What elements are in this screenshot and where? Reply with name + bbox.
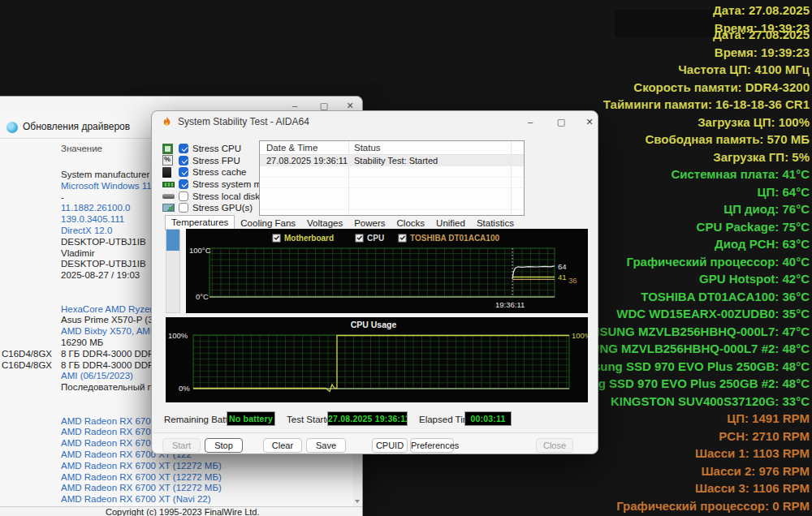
legend-toshiba[interactable]: TOSHIBA DT01ACA100 bbox=[410, 234, 499, 243]
driver-updates-item[interactable]: Обновления драйверов bbox=[23, 121, 130, 132]
time-label: 19:36:11 bbox=[495, 300, 525, 309]
value-column-header[interactable]: Значение bbox=[61, 144, 102, 153]
remaining-battery-value: No battery bbox=[227, 411, 275, 426]
save-button[interactable]: Save bbox=[306, 438, 346, 453]
y-axis-min: 0°C bbox=[196, 292, 209, 301]
stress-option-label: Stress GPU(s) bbox=[192, 203, 253, 213]
osd-line: Дата: 27.08.2025 bbox=[551, 26, 810, 44]
y-axis-max: 100% bbox=[168, 331, 188, 340]
legend-motherboard[interactable]: Motherboard bbox=[284, 234, 334, 243]
log-datetime: 27.08.2025 19:36:11 bbox=[266, 156, 348, 166]
value-row[interactable]: AMD Radeon RX 6700 XT (12272 МБ) bbox=[0, 472, 353, 484]
value-row[interactable]: AMD Radeon RX 6700 XT (12272 МБ) bbox=[0, 483, 353, 494]
osd-line: Время: 19:39:23 bbox=[551, 44, 810, 62]
window-title: System Stability Test - AIDA64 bbox=[178, 116, 309, 127]
checkbox[interactable] bbox=[179, 203, 188, 213]
driver-updates-icon bbox=[6, 122, 18, 133]
fpu-icon bbox=[162, 155, 173, 166]
current-value-label: 100% bbox=[572, 331, 588, 340]
copyright-text: Copyright (c) 1995-2023 FinalWire Ltd. bbox=[106, 507, 260, 516]
close-icon[interactable]: ✕ bbox=[575, 111, 604, 132]
empty-rows bbox=[260, 166, 524, 215]
stress-option-label: Stress local disks bbox=[192, 191, 265, 201]
table-row[interactable]: 27.08.2025 19:36:11 Stability Test: Star… bbox=[260, 155, 524, 166]
cpu-usage-chart: CPU Usage 100% 0% 100% bbox=[166, 317, 588, 402]
button-bar: StartStopClearSaveCPUIDPreferencesClose bbox=[153, 432, 597, 453]
osd-line: Дата: 27.08.2025 bbox=[713, 2, 810, 19]
y-axis-min: 0% bbox=[179, 384, 190, 393]
osd-line: Частота ЦП: 4100 МГц bbox=[551, 61, 810, 79]
titlebar[interactable]: System Stability Test - AIDA64 – ▢ ✕ bbox=[152, 111, 598, 132]
end-label-toshiba: 36 bbox=[568, 276, 577, 285]
preferences-button[interactable]: Preferences bbox=[410, 438, 454, 453]
osd-line: Скорость памяти: DDR4-3200 bbox=[551, 79, 810, 97]
elapsed-time-value: 00:03:11 bbox=[464, 411, 512, 426]
desktop: Дата: 27.08.2025Время: 19:39:23 Дата: 27… bbox=[0, 0, 812, 516]
field-fragment: C16D4/8GX bbox=[2, 360, 52, 370]
close-button[interactable]: Close bbox=[536, 438, 573, 453]
value-row[interactable]: AMD Radeon RX 6700 XT (12272 МБ) bbox=[0, 461, 353, 472]
cache-icon bbox=[162, 167, 171, 178]
gpu-icon bbox=[162, 204, 175, 212]
status-bar: Copyright (c) 1995-2023 FinalWire Ltd. bbox=[0, 506, 362, 516]
legend-cpu[interactable]: CPU bbox=[367, 234, 384, 243]
temperature-chart: Motherboard CPU TOSHIBA DT01ACA100 100°C… bbox=[186, 229, 588, 313]
checkbox[interactable] bbox=[179, 191, 188, 201]
stress-option-label: Stress cache bbox=[192, 167, 246, 177]
maximize-icon[interactable]: ▢ bbox=[546, 111, 576, 132]
cpu-icon bbox=[162, 144, 173, 154]
y-axis-max: 100°C bbox=[189, 246, 211, 255]
end-label-motherboard: 41 bbox=[558, 273, 567, 282]
cpuid-button[interactable]: CPUID bbox=[372, 438, 408, 453]
end-label-cpu: 64 bbox=[558, 262, 567, 271]
stress-option-label: Stress FPU bbox=[192, 156, 240, 166]
minimize-icon[interactable]: – bbox=[516, 111, 545, 132]
checkbox[interactable] bbox=[179, 144, 188, 153]
column-header-date[interactable]: Date & Time bbox=[266, 143, 317, 153]
field-fragment: C16D4/8GX bbox=[2, 349, 52, 359]
flame-icon bbox=[161, 116, 173, 128]
stress-option-label: Stress CPU bbox=[192, 144, 241, 153]
log-status: Stability Test: Started bbox=[354, 156, 438, 166]
checkbox[interactable] bbox=[179, 167, 188, 177]
osd-line: Графический процессор: 0 RPM bbox=[551, 497, 810, 515]
stop-button[interactable]: Stop bbox=[205, 438, 243, 453]
memory-icon bbox=[162, 182, 175, 187]
value-row[interactable]: AMD Radeon RX 6700 XT (Navi 22) bbox=[0, 494, 353, 505]
column-header-status[interactable]: Status bbox=[354, 143, 381, 153]
osd-line: Шасси 2: 976 RPM bbox=[551, 462, 810, 480]
checkbox[interactable] bbox=[179, 179, 188, 189]
clear-button[interactable]: Clear bbox=[263, 438, 302, 453]
start-button[interactable]: Start bbox=[162, 438, 201, 453]
test-log-table[interactable]: Date & Time Status 27.08.2025 19:36:11 S… bbox=[259, 140, 525, 216]
scrollbar-thumb[interactable] bbox=[166, 230, 179, 251]
checkbox[interactable] bbox=[179, 156, 188, 166]
stability-test-window: System Stability Test - AIDA64 – ▢ ✕ Str… bbox=[151, 110, 598, 454]
disk-icon bbox=[162, 194, 175, 199]
table-header: Date & Time Status bbox=[260, 141, 524, 155]
chart-title: CPU Usage bbox=[351, 320, 397, 329]
test-started-value: 27.08.2025 19:36:11 bbox=[327, 411, 408, 426]
osd-line: Шасси 3: 1106 RPM bbox=[551, 479, 810, 497]
chart-scrollbar[interactable] bbox=[166, 229, 180, 313]
